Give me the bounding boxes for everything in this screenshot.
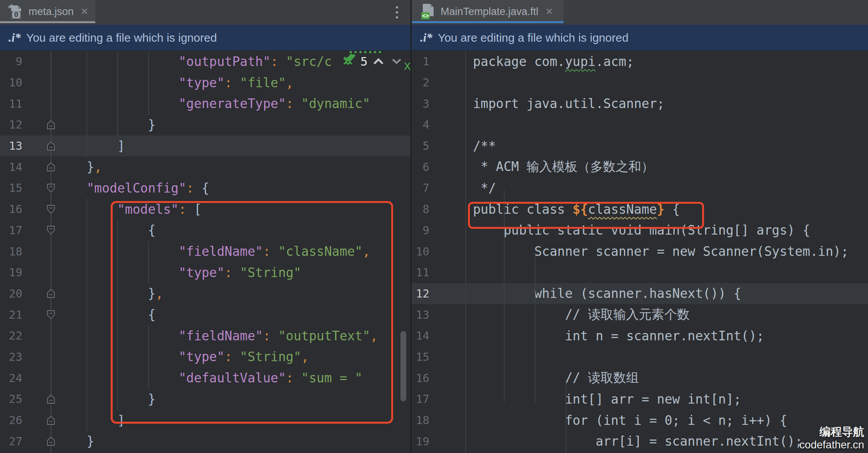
fold-marker-icon[interactable] [22,225,56,235]
watermark-line1: 编程导航 [799,425,864,439]
chevron-up-icon[interactable] [373,58,384,65]
line-number: 24 [0,372,22,385]
code-text: package com.yupi.acm; [473,54,634,69]
tab-main-template[interactable]: <> MainTemplate.java.ftl ✕ [412,0,564,23]
tab-label: MainTemplate.java.ftl [441,6,539,18]
tab-label: meta.json [29,6,74,18]
code-line: 14 }, [0,156,410,177]
fold-marker-icon[interactable] [22,289,56,298]
code-text: "type": "file", [56,75,294,90]
code-text: { [56,307,155,322]
fold-marker-icon[interactable] [22,183,56,193]
code-line: 8public class ${className} { [412,199,868,220]
line-number: 1 [412,55,429,68]
code-line: 23 "type": "String", [0,347,410,368]
code-text: } [56,434,94,449]
line-number: 27 [0,435,22,448]
line-number: 20 [0,287,22,300]
fold-connector-line [51,51,51,453]
code-text: // 读取输入元素个数 [473,306,690,323]
fold-marker-icon[interactable] [22,162,56,172]
code-text: } [56,392,155,407]
code-line: 26 ] [0,410,410,431]
indent-guide [117,52,118,136]
line-number: 21 [0,308,22,321]
line-number: 17 [412,392,429,406]
line-number: 13 [412,308,429,321]
code-text: "type": "String", [56,349,309,364]
code-text: { [56,223,155,238]
banner-prefix-icon: .i* [420,31,432,45]
line-number: 12 [412,287,429,300]
fold-marker-icon[interactable] [22,310,56,319]
line-number: 14 [0,161,22,174]
fold-marker-icon[interactable] [22,205,56,214]
line-number: 3 [412,97,429,110]
close-icon[interactable]: ✕ [545,6,553,17]
line-number: 16 [0,203,22,216]
line-number: 9 [0,55,22,68]
indent-guide [148,52,149,116]
code-line: 14 int n = scanner.nextInt(); [412,325,868,347]
vertical-scrollbar-thumb[interactable] [400,331,406,401]
line-number: 9 [412,224,429,237]
active-tab-indicator [412,21,564,23]
code-area: 1package com.yupi.acm;23import java.util… [412,51,868,453]
line-number: 18 [412,414,429,427]
code-line: 13 // 读取输入元素个数 [412,304,868,325]
indent-guide [148,326,149,389]
code-line: 4 [412,114,868,135]
line-number: 6 [412,161,429,174]
editor-pane-meta-json: {0} meta.json ✕ .i* You are editing a fi… [0,0,410,453]
code-text: while (scanner.hasNext()) { [473,286,741,301]
line-number: 19 [0,266,22,279]
code-text: /** [473,139,496,154]
code-text: "fieldName": "outputText", [56,328,378,343]
code-line: 12 } [0,114,410,135]
fold-marker-icon[interactable] [22,141,56,151]
green-dotted-marker [350,51,381,53]
line-number: 13 [0,139,22,152]
line-number: 7 [412,181,429,194]
ignored-file-banner: .i* You are editing a file which is igno… [0,25,410,51]
line-number: 10 [0,76,22,89]
fold-marker-icon[interactable] [22,416,56,425]
fold-marker-icon[interactable] [22,394,56,404]
code-line: 9 public static void main(String[] args)… [412,220,868,241]
indent-guide [148,242,149,283]
code-line: 2 [412,72,868,93]
code-line: 16 // 读取数组 [412,367,868,389]
line-number: 10 [412,245,429,258]
code-line: 5/** [412,135,868,157]
json-file-icon: {0} [8,3,23,20]
line-number: 17 [0,224,22,237]
gutter-separator [465,51,466,453]
indent-guide [86,52,87,157]
code-text: "defaultValue": "sum = " [56,370,363,385]
code-line: 9 "outputPath": "src/c5 [0,51,410,72]
code-line: 13 ] [0,135,410,157]
code-line: 1package com.yupi.acm; [412,51,868,72]
code-line: 17 int[] arr = new int[n]; [412,389,868,410]
code-text: }, [56,159,102,174]
code-text: } [56,117,155,132]
code-text: "models": [ [56,202,202,217]
kebab-menu-icon[interactable] [392,4,402,21]
fold-marker-icon[interactable] [22,120,56,130]
tab-meta-json[interactable]: {0} meta.json ✕ [0,0,95,23]
code-line: 21 { [0,304,410,325]
code-text: "generateType": "dynamic" [56,96,370,111]
close-icon[interactable]: ✕ [81,6,88,17]
line-number: 14 [412,329,429,342]
code-text: ] [56,413,125,428]
clipped-code-char: x [404,58,410,73]
code-text: import java.util.Scanner; [473,96,665,111]
code-text: // 读取数组 [473,369,639,387]
indent-guide [566,380,566,453]
match-navigation-widget: 5 [342,52,409,71]
indent-guide [504,190,505,402]
code-line: 10 Scanner scanner = new Scanner(System.… [412,241,868,262]
fold-marker-icon[interactable] [22,436,56,446]
indent-guide [117,220,118,410]
chevron-down-icon[interactable] [392,58,402,64]
